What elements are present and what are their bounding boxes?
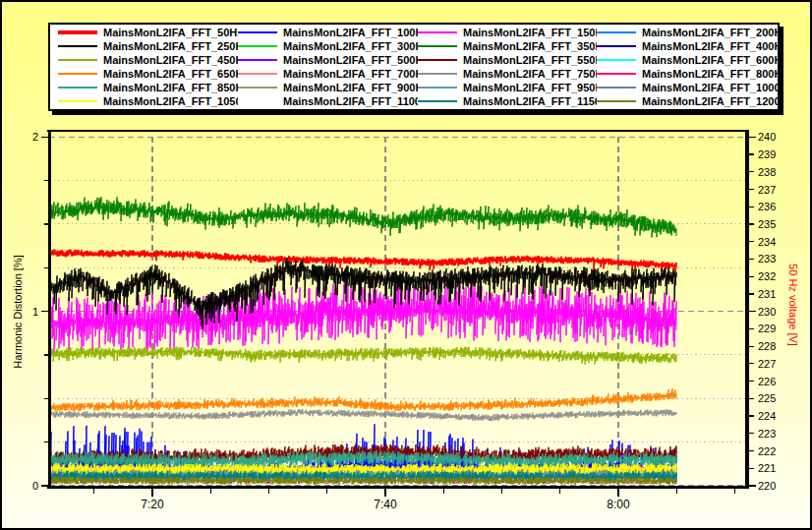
axis-tick-label: 0 — [32, 480, 38, 492]
axis-tick-label: 230 — [758, 306, 776, 318]
axis-tick-label: 228 — [758, 340, 776, 352]
axis-tick-label: 8:00 — [607, 498, 630, 511]
series-MainsMonL2IFA_FFT_50Hz — [49, 250, 676, 273]
axis-tick-label: 229 — [758, 323, 776, 334]
axis-tick-label: 7:40 — [374, 498, 397, 511]
axis-tick-label: 239 — [758, 148, 776, 160]
axis-tick-label: 223 — [758, 428, 776, 440]
y-right-axis-title: 50 Hz voltage [V] — [787, 264, 799, 346]
axis-tick-label: 1 — [32, 306, 38, 318]
axis-tick-label: 234 — [758, 236, 776, 248]
axis-tick-label: 222 — [758, 445, 776, 457]
axis-tick-label: 227 — [758, 358, 776, 370]
series-MainsMonL2IFA_FFT_350Hz — [49, 197, 676, 237]
axis-tick-label: 224 — [758, 410, 776, 422]
axis-tick-label: 221 — [758, 462, 776, 474]
axis-tick-label: 237 — [758, 184, 776, 196]
series-MainsMonL2IFA_FFT_450Hz — [49, 347, 676, 365]
axis-tick-label: 238 — [758, 166, 776, 178]
plot-traces[interactable] — [49, 197, 676, 485]
axis-tick-label: 236 — [758, 201, 776, 212]
series-MainsMonL2IFA_FFT_150Hz — [49, 282, 676, 353]
axis-tick-label: 226 — [758, 376, 776, 387]
axis-tick-label: 225 — [758, 392, 776, 404]
axis-tick-label: 235 — [758, 218, 776, 230]
axis-tick-label: 240 — [758, 131, 776, 143]
chart: 0127:207:408:002202212222232242252262272… — [2, 2, 812, 530]
axis-tick-label: 7:20 — [141, 498, 164, 511]
series-MainsMonL2IFA_FFT_650Hz — [49, 388, 676, 411]
axis-tick-label: 232 — [758, 270, 776, 282]
axis-tick-label: 231 — [758, 288, 776, 300]
chart-window: MainsMonL2IFA_FFT_50HzMainsMonL2IFA_FFT_… — [0, 0, 812, 530]
axis-tick-label: 233 — [758, 253, 776, 265]
series-MainsMonL2IFA_FFT_750Hz — [49, 409, 676, 421]
y-left-axis-title: Harmonic Distortion [%] — [12, 255, 24, 369]
axis-tick-label: 220 — [758, 480, 776, 492]
axis-tick-label: 2 — [32, 131, 38, 143]
